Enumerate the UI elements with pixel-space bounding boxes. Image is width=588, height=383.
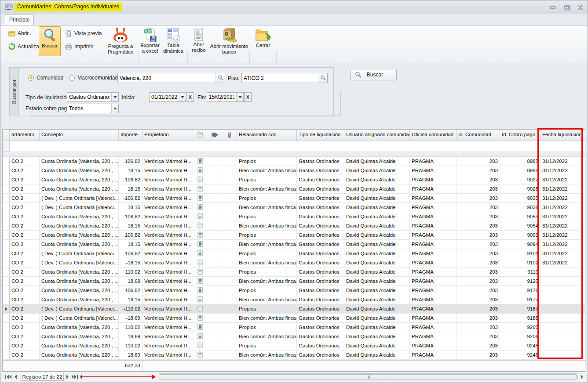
cell-banco[interactable] [207, 267, 222, 277]
cell-recibo[interactable] [193, 258, 207, 267]
cell-idComunidad[interactable]: 203 [457, 341, 500, 350]
piso-lookup-icon[interactable] [318, 73, 327, 83]
cell-idComunidad[interactable]: 203 [457, 277, 500, 286]
cell-relacionado[interactable]: Bien común: Ambas fincas [237, 277, 297, 286]
cell-idComunidad[interactable]: 203 [457, 194, 500, 203]
cell-relacionado[interactable]: Propios [237, 323, 297, 332]
cell-fecha[interactable]: 31/12/2022 [541, 221, 581, 231]
cell-banco[interactable] [207, 323, 222, 332]
inicio-date-field[interactable] [149, 92, 186, 102]
table-row[interactable]: CO 2Cuota Ordinaria [Valencia, 220 , ...… [3, 277, 585, 286]
cell-tipo[interactable]: Gastos Ordinarios [297, 314, 344, 323]
cell-propietario[interactable]: Verónica Mármol H... [142, 267, 193, 277]
cell-oficina[interactable]: PRAGMA [410, 258, 457, 267]
cell-fecha[interactable]: 31/12/2022 [541, 258, 581, 267]
column-header-idComunidad[interactable]: Id. Comunidad [457, 130, 500, 141]
cell-tipo[interactable]: Gastos Ordinarios [297, 175, 344, 184]
cell-usuario[interactable]: David Quintas Alcalde [344, 221, 410, 231]
cell-recibo[interactable] [193, 231, 207, 240]
cell-recibo[interactable] [193, 240, 207, 249]
cell-idComunidad[interactable]: 203 [457, 175, 500, 184]
cell-tipo[interactable]: Gastos Ordinarios [297, 267, 344, 277]
cell-dep[interactable]: CO 2 [10, 314, 40, 323]
cell-tipo[interactable]: Gastos Ordinarios [297, 221, 344, 231]
cell-idCobroPago[interactable]: 9120 [500, 277, 541, 286]
cell-recibo[interactable] [193, 350, 207, 360]
cell-relacionado[interactable]: Propios [237, 249, 297, 258]
cell-adjunto[interactable] [222, 184, 237, 194]
cell-idComunidad[interactable]: 203 [457, 314, 500, 323]
cell-relacionado[interactable]: Propios [237, 157, 297, 166]
cell-recibo[interactable] [193, 341, 207, 350]
cell-importe[interactable]: -110,02 [119, 304, 142, 314]
cell-importe[interactable]: -106,82 [119, 249, 142, 258]
cell-concepto[interactable]: Cuota Ordinaria [Valencia, 220 , ... [40, 323, 119, 332]
community-input[interactable] [118, 75, 215, 81]
cell-idComunidad[interactable]: 203 [457, 157, 500, 166]
export-excel-button[interactable]: XLSX Exportar a excel [139, 26, 161, 60]
cell-recibo[interactable] [193, 249, 207, 258]
column-header-banco[interactable] [207, 130, 222, 141]
cell-fecha[interactable]: 31/12/2022 [541, 212, 581, 221]
cell-importe[interactable]: 18,69 [119, 332, 142, 341]
cell-adjunto[interactable] [222, 314, 237, 323]
table-row[interactable]: CO 2Cuota Ordinaria [Valencia, 220 , ...… [3, 350, 585, 360]
cell-fecha[interactable] [541, 332, 581, 341]
piso-field[interactable] [241, 73, 328, 83]
cell-tipo[interactable]: Gastos Ordinarios [297, 203, 344, 212]
cell-concepto[interactable]: Cuota Ordinaria [Valencia, 220 , ... [40, 231, 119, 240]
cell-fecha[interactable]: 31/12/2022 [541, 194, 581, 203]
cell-tipo[interactable]: Gastos Ordinarios [297, 286, 344, 295]
cell-fecha[interactable] [541, 341, 581, 350]
scroll-right-button[interactable] [578, 373, 586, 380]
cell-importe[interactable]: 106,82 [119, 286, 142, 295]
cell-tipo[interactable]: Gastos Ordinarios [297, 194, 344, 203]
pivot-table-button[interactable]: fx Tabla dinámica [161, 26, 185, 60]
cell-dep[interactable]: CO 2 [10, 341, 40, 350]
cell-banco[interactable] [207, 332, 222, 341]
cell-idCobroPago[interactable]: 8987 [500, 157, 541, 166]
table-row[interactable]: CO 2( Dev. ) Cuota Ordinaria [Valenci...… [3, 258, 585, 267]
cell-tipo[interactable]: Gastos Ordinarios [297, 277, 344, 286]
column-header-importe[interactable]: Importe [119, 130, 142, 141]
cell-banco[interactable] [207, 212, 222, 221]
cell-oficina[interactable]: PRAGMA [410, 295, 457, 304]
cell-importe[interactable]: 110,02 [119, 341, 142, 350]
cell-concepto[interactable]: ( Dev. ) Cuota Ordinaria [Valenci... [40, 249, 119, 258]
close-window-button[interactable]: Cerrar [251, 26, 275, 60]
preview-button[interactable]: Vista previa [63, 28, 103, 39]
cell-fecha[interactable]: 31/12/2022 [541, 175, 581, 184]
cell-idComunidad[interactable]: 203 [457, 212, 500, 221]
cell-tipo[interactable]: Gastos Ordinarios [297, 240, 344, 249]
cell-usuario[interactable]: David Quintas Alcalde [344, 258, 410, 267]
cell-importe[interactable]: 18,15 [119, 184, 142, 194]
community-field[interactable] [117, 73, 225, 83]
cell-tipo[interactable]: Gastos Ordinarios [297, 184, 344, 194]
cell-propietario[interactable]: Verónica Mármol H... [142, 203, 193, 212]
column-header-oficina[interactable]: Oficina comunidad [410, 130, 457, 141]
cell-dep[interactable]: CO 2 [10, 286, 40, 295]
cell-dep[interactable]: CO 2 [10, 267, 40, 277]
cell-idCobroPago[interactable]: 9205 [500, 323, 541, 332]
table-row[interactable]: CO 2Cuota Ordinaria [Valencia, 220 , ...… [3, 166, 585, 175]
community-lookup-icon[interactable] [215, 73, 225, 83]
chevron-down-icon[interactable] [179, 93, 186, 101]
cell-adjunto[interactable] [222, 240, 237, 249]
cell-oficina[interactable]: PRAGMA [410, 304, 457, 314]
cell-adjunto[interactable] [222, 249, 237, 258]
piso-input[interactable] [242, 75, 318, 81]
cell-usuario[interactable]: David Quintas Alcalde [344, 194, 410, 203]
table-row[interactable]: CO 2( Dev. ) Cuota Ordinaria [Valenci...… [3, 194, 585, 203]
table-row[interactable]: CO 2Cuota Ordinaria [Valencia, 220 , ...… [3, 295, 585, 304]
cell-recibo[interactable] [193, 212, 207, 221]
cell-oficina[interactable]: PRAGMA [410, 332, 457, 341]
inicio-date-value[interactable] [150, 94, 179, 100]
cell-importe[interactable]: 18,15 [119, 221, 142, 231]
cell-recibo[interactable] [193, 286, 207, 295]
cell-idComunidad[interactable]: 203 [457, 295, 500, 304]
cell-importe[interactable]: 106,82 [119, 175, 142, 184]
cell-dep[interactable]: CO 2 [10, 295, 40, 304]
next-record-button[interactable] [65, 374, 70, 380]
cell-banco[interactable] [207, 277, 222, 286]
cell-usuario[interactable]: David Quintas Alcalde [344, 175, 410, 184]
